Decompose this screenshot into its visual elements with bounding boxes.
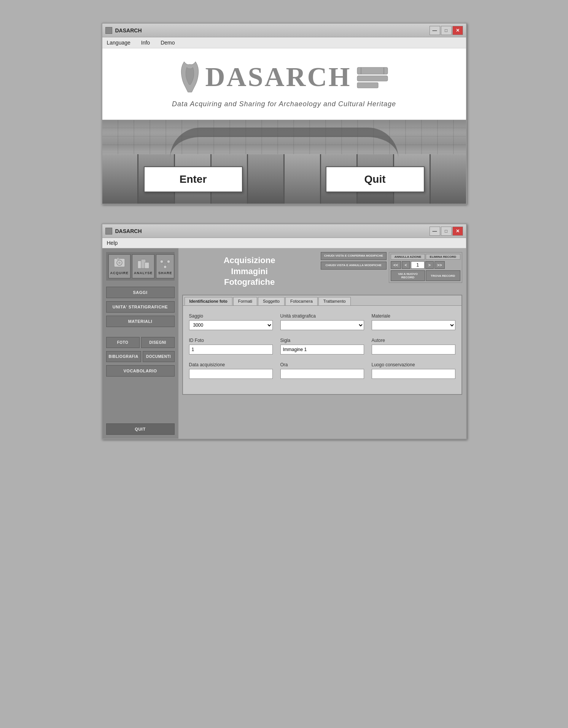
close-button-top[interactable]: ✕ — [452, 26, 463, 35]
autore-input[interactable] — [372, 345, 455, 354]
tab-trattamento[interactable]: Trattamento — [318, 297, 351, 305]
bottom-titlebar: DASARCH — □ ✕ — [102, 224, 466, 238]
svg-line-16 — [162, 263, 164, 266]
materiale-select[interactable] — [372, 320, 455, 330]
saggio-select[interactable]: 3000 3001 3002 — [189, 320, 273, 330]
sigla-input[interactable]: Immagine 1 — [280, 345, 364, 354]
nav-next[interactable]: > — [425, 261, 434, 269]
minimize-button-bottom[interactable]: — — [430, 227, 440, 236]
sidebar-icon-share[interactable]: SHARE — [156, 254, 174, 278]
svg-rect-2 — [357, 83, 378, 88]
sidebar-icon-acquire[interactable]: ACQUIRE — [108, 254, 131, 278]
luogo-label: Luogo conservazione — [372, 362, 455, 367]
data-input[interactable] — [189, 369, 273, 379]
svg-rect-0 — [357, 67, 388, 74]
menu-info[interactable]: Info — [140, 39, 151, 46]
nav-last[interactable]: >> — [434, 261, 445, 269]
maximize-button-top[interactable]: □ — [441, 26, 452, 35]
sidebar: ACQUIRE ANALYSE — [102, 248, 178, 439]
top-window-title: DASARCH — [115, 27, 142, 34]
main-content: Acquisizione Immagini Fotografiche CHIUD… — [178, 248, 466, 439]
svg-point-12 — [160, 260, 163, 263]
close-confirm-button[interactable]: CHIUDI VISTA E CONFERMA MODIFICHE — [321, 252, 387, 260]
ora-field: Ora — [280, 362, 364, 379]
autore-label: Autore — [372, 338, 455, 343]
minimize-button-top[interactable]: — — [430, 26, 440, 35]
analyse-label: ANALYSE — [134, 271, 153, 275]
top-window: DASARCH — □ ✕ Language Info Demo DASARCH — [102, 23, 467, 204]
maximize-button-bottom[interactable]: □ — [441, 227, 452, 236]
menu-language[interactable]: Language — [105, 39, 132, 46]
nav-current-input[interactable]: 1 — [411, 261, 425, 269]
luogo-field: Luogo conservazione — [372, 362, 455, 379]
unita-button[interactable]: UNITA' STRATIGRAFICHE — [106, 301, 175, 313]
data-field: Data acquisizione — [189, 362, 273, 379]
svg-rect-11 — [145, 262, 149, 268]
arch-banner: Enter Quit — [102, 120, 466, 204]
logo-text: DASARCH — [205, 61, 351, 93]
tabs-bar: Identificazione foto Formati Soggetto Fo… — [183, 295, 461, 306]
disegni-button[interactable]: DISEGNI — [141, 337, 175, 348]
logo-icon-right — [355, 64, 390, 90]
app-icon-top — [105, 27, 112, 34]
id-foto-label: ID Foto — [189, 338, 273, 343]
toolbar: Acquisizione Immagini Fotografiche CHIUD… — [182, 252, 462, 291]
ora-label: Ora — [280, 362, 364, 367]
ora-input[interactable] — [280, 369, 364, 379]
enter-button[interactable]: Enter — [144, 166, 243, 192]
saggi-button[interactable]: SAGGI — [106, 287, 175, 298]
unita-label: Unità stratigrafica — [280, 313, 364, 319]
sigla-field: Sigla Immagine 1 — [280, 338, 364, 354]
form-row-1: Saggio 3000 3001 3002 Unità stratigrafic… — [189, 313, 455, 330]
autore-field: Autore — [372, 338, 455, 354]
id-foto-field: ID Foto 1 — [189, 338, 273, 354]
quit-sidebar-button[interactable]: QUIT — [106, 423, 175, 435]
app-layout: ACQUIRE ANALYSE — [102, 248, 466, 439]
bottom-window-title: DASARCH — [115, 228, 142, 234]
sidebar-icons: ACQUIRE ANALYSE — [106, 252, 175, 281]
menu-demo[interactable]: Demo — [159, 39, 176, 46]
tab-fotocamera[interactable]: Fotocamera — [285, 297, 318, 305]
close-button-bottom[interactable]: ✕ — [452, 227, 463, 236]
share-icon — [158, 258, 172, 270]
bottom-menubar: Help — [102, 238, 466, 248]
nav-controls: ANNULLA AZIONE ELIMINA RECORD << < 1 > >… — [389, 252, 462, 283]
svg-line-17 — [166, 263, 168, 266]
data-label: Data acquisizione — [189, 362, 273, 367]
svg-point-14 — [164, 265, 167, 268]
tab-soggetto[interactable]: Soggetto — [258, 297, 285, 305]
tab-identificazione[interactable]: Identificazione foto — [185, 297, 232, 305]
unita-select[interactable] — [280, 320, 364, 330]
luogo-input[interactable] — [372, 369, 455, 379]
app-icon-bottom — [105, 228, 112, 235]
materiali-button[interactable]: MATERIALI — [106, 316, 175, 327]
sidebar-icon-analyse[interactable]: ANALYSE — [132, 254, 154, 278]
saggio-field: Saggio 3000 3001 3002 — [189, 313, 273, 330]
share-label: SHARE — [158, 271, 172, 275]
id-foto-input[interactable]: 1 — [189, 345, 273, 354]
quit-button[interactable]: Quit — [326, 166, 425, 192]
vocabolario-button[interactable]: VOCABOLARIO — [106, 365, 175, 377]
close-annul-button[interactable]: CHIUDI VISTA E ANNULLA MODIFICHE — [321, 262, 387, 270]
nav-prev[interactable]: < — [402, 261, 410, 269]
svg-rect-8 — [117, 258, 119, 259]
trova-button[interactable]: TROVA RECORD — [426, 270, 460, 281]
svg-rect-1 — [357, 76, 388, 81]
materiale-label: Materiale — [372, 313, 455, 319]
tab-formati[interactable]: Formati — [233, 297, 257, 305]
bibliografia-button[interactable]: BIBLIOGRAFIA — [106, 351, 141, 362]
top-menubar: Language Info Demo — [102, 37, 466, 48]
foto-button[interactable]: FOTO — [106, 337, 140, 348]
nav-first[interactable]: << — [391, 261, 401, 269]
toolbar-actions: CHIUDI VISTA E CONFERMA MODIFICHE CHIUDI… — [321, 252, 462, 283]
unita-field: Unità stratigrafica — [280, 313, 364, 330]
sigla-label: Sigla — [280, 338, 364, 343]
svg-point-7 — [118, 262, 121, 264]
documenti-button[interactable]: DOCUMENTI — [143, 351, 175, 362]
top-titlebar: DASARCH — □ ✕ — [102, 24, 466, 37]
vai-button[interactable]: VAI A NUOVO RECORD — [391, 270, 425, 281]
bottom-window: DASARCH — □ ✕ Help — [102, 224, 467, 439]
menu-help[interactable]: Help — [105, 239, 119, 247]
analyse-icon — [136, 258, 151, 270]
logo-area: DASARCH — [118, 60, 451, 94]
